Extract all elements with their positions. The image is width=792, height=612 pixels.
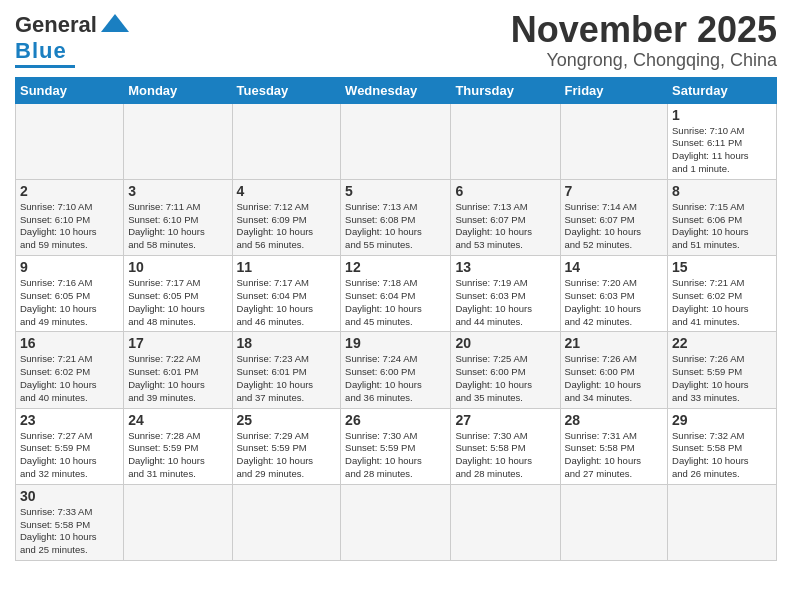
table-cell: [668, 484, 777, 560]
week-row-0: 1Sunrise: 7:10 AM Sunset: 6:11 PM Daylig…: [16, 103, 777, 179]
day-info: Sunrise: 7:15 AM Sunset: 6:06 PM Dayligh…: [672, 201, 772, 252]
table-cell: 4Sunrise: 7:12 AM Sunset: 6:09 PM Daylig…: [232, 179, 341, 255]
day-number: 23: [20, 412, 119, 428]
table-cell: 28Sunrise: 7:31 AM Sunset: 5:58 PM Dayli…: [560, 408, 668, 484]
day-info: Sunrise: 7:30 AM Sunset: 5:58 PM Dayligh…: [455, 430, 555, 481]
table-cell: [124, 484, 232, 560]
day-info: Sunrise: 7:20 AM Sunset: 6:03 PM Dayligh…: [565, 277, 664, 328]
table-cell: [341, 103, 451, 179]
day-info: Sunrise: 7:26 AM Sunset: 5:59 PM Dayligh…: [672, 353, 772, 404]
day-number: 6: [455, 183, 555, 199]
day-info: Sunrise: 7:17 AM Sunset: 6:04 PM Dayligh…: [237, 277, 337, 328]
table-cell: 27Sunrise: 7:30 AM Sunset: 5:58 PM Dayli…: [451, 408, 560, 484]
day-info: Sunrise: 7:16 AM Sunset: 6:05 PM Dayligh…: [20, 277, 119, 328]
day-info: Sunrise: 7:24 AM Sunset: 6:00 PM Dayligh…: [345, 353, 446, 404]
calendar-table: Sunday Monday Tuesday Wednesday Thursday…: [15, 77, 777, 562]
day-number: 22: [672, 335, 772, 351]
day-info: Sunrise: 7:30 AM Sunset: 5:59 PM Dayligh…: [345, 430, 446, 481]
table-cell: 14Sunrise: 7:20 AM Sunset: 6:03 PM Dayli…: [560, 256, 668, 332]
table-cell: 21Sunrise: 7:26 AM Sunset: 6:00 PM Dayli…: [560, 332, 668, 408]
day-info: Sunrise: 7:11 AM Sunset: 6:10 PM Dayligh…: [128, 201, 227, 252]
day-info: Sunrise: 7:33 AM Sunset: 5:58 PM Dayligh…: [20, 506, 119, 557]
table-cell: [341, 484, 451, 560]
table-cell: 20Sunrise: 7:25 AM Sunset: 6:00 PM Dayli…: [451, 332, 560, 408]
day-number: 1: [672, 107, 772, 123]
day-number: 10: [128, 259, 227, 275]
table-cell: 8Sunrise: 7:15 AM Sunset: 6:06 PM Daylig…: [668, 179, 777, 255]
day-info: Sunrise: 7:26 AM Sunset: 6:00 PM Dayligh…: [565, 353, 664, 404]
table-cell: 5Sunrise: 7:13 AM Sunset: 6:08 PM Daylig…: [341, 179, 451, 255]
table-cell: 25Sunrise: 7:29 AM Sunset: 5:59 PM Dayli…: [232, 408, 341, 484]
logo-blue: Blue: [15, 38, 67, 64]
day-number: 9: [20, 259, 119, 275]
day-number: 30: [20, 488, 119, 504]
table-cell: 15Sunrise: 7:21 AM Sunset: 6:02 PM Dayli…: [668, 256, 777, 332]
day-info: Sunrise: 7:14 AM Sunset: 6:07 PM Dayligh…: [565, 201, 664, 252]
table-cell: 16Sunrise: 7:21 AM Sunset: 6:02 PM Dayli…: [16, 332, 124, 408]
day-number: 3: [128, 183, 227, 199]
table-cell: 22Sunrise: 7:26 AM Sunset: 5:59 PM Dayli…: [668, 332, 777, 408]
day-number: 12: [345, 259, 446, 275]
week-row-2: 9Sunrise: 7:16 AM Sunset: 6:05 PM Daylig…: [16, 256, 777, 332]
table-cell: [232, 103, 341, 179]
day-info: Sunrise: 7:19 AM Sunset: 6:03 PM Dayligh…: [455, 277, 555, 328]
table-cell: 29Sunrise: 7:32 AM Sunset: 5:58 PM Dayli…: [668, 408, 777, 484]
table-cell: 2Sunrise: 7:10 AM Sunset: 6:10 PM Daylig…: [16, 179, 124, 255]
header-friday: Friday: [560, 77, 668, 103]
table-cell: 26Sunrise: 7:30 AM Sunset: 5:59 PM Dayli…: [341, 408, 451, 484]
table-cell: [232, 484, 341, 560]
day-number: 13: [455, 259, 555, 275]
day-info: Sunrise: 7:13 AM Sunset: 6:07 PM Dayligh…: [455, 201, 555, 252]
week-row-5: 30Sunrise: 7:33 AM Sunset: 5:58 PM Dayli…: [16, 484, 777, 560]
table-cell: [16, 103, 124, 179]
day-number: 27: [455, 412, 555, 428]
day-info: Sunrise: 7:27 AM Sunset: 5:59 PM Dayligh…: [20, 430, 119, 481]
day-number: 18: [237, 335, 337, 351]
table-cell: [560, 103, 668, 179]
day-info: Sunrise: 7:28 AM Sunset: 5:59 PM Dayligh…: [128, 430, 227, 481]
day-number: 4: [237, 183, 337, 199]
table-cell: 3Sunrise: 7:11 AM Sunset: 6:10 PM Daylig…: [124, 179, 232, 255]
table-cell: 10Sunrise: 7:17 AM Sunset: 6:05 PM Dayli…: [124, 256, 232, 332]
table-cell: [124, 103, 232, 179]
day-number: 26: [345, 412, 446, 428]
table-cell: 13Sunrise: 7:19 AM Sunset: 6:03 PM Dayli…: [451, 256, 560, 332]
table-cell: [451, 103, 560, 179]
day-number: 14: [565, 259, 664, 275]
day-number: 24: [128, 412, 227, 428]
logo-triangle-icon: [101, 14, 129, 32]
logo-general: General: [15, 12, 97, 38]
table-cell: 9Sunrise: 7:16 AM Sunset: 6:05 PM Daylig…: [16, 256, 124, 332]
day-number: 17: [128, 335, 227, 351]
table-cell: 24Sunrise: 7:28 AM Sunset: 5:59 PM Dayli…: [124, 408, 232, 484]
table-cell: 6Sunrise: 7:13 AM Sunset: 6:07 PM Daylig…: [451, 179, 560, 255]
week-row-3: 16Sunrise: 7:21 AM Sunset: 6:02 PM Dayli…: [16, 332, 777, 408]
day-number: 25: [237, 412, 337, 428]
table-cell: 18Sunrise: 7:23 AM Sunset: 6:01 PM Dayli…: [232, 332, 341, 408]
day-number: 29: [672, 412, 772, 428]
day-number: 19: [345, 335, 446, 351]
day-info: Sunrise: 7:10 AM Sunset: 6:10 PM Dayligh…: [20, 201, 119, 252]
day-number: 7: [565, 183, 664, 199]
header-thursday: Thursday: [451, 77, 560, 103]
day-info: Sunrise: 7:21 AM Sunset: 6:02 PM Dayligh…: [672, 277, 772, 328]
day-number: 21: [565, 335, 664, 351]
week-row-4: 23Sunrise: 7:27 AM Sunset: 5:59 PM Dayli…: [16, 408, 777, 484]
table-cell: 30Sunrise: 7:33 AM Sunset: 5:58 PM Dayli…: [16, 484, 124, 560]
header-wednesday: Wednesday: [341, 77, 451, 103]
day-info: Sunrise: 7:21 AM Sunset: 6:02 PM Dayligh…: [20, 353, 119, 404]
table-cell: 19Sunrise: 7:24 AM Sunset: 6:00 PM Dayli…: [341, 332, 451, 408]
day-info: Sunrise: 7:25 AM Sunset: 6:00 PM Dayligh…: [455, 353, 555, 404]
table-cell: 23Sunrise: 7:27 AM Sunset: 5:59 PM Dayli…: [16, 408, 124, 484]
day-number: 20: [455, 335, 555, 351]
day-number: 2: [20, 183, 119, 199]
day-number: 5: [345, 183, 446, 199]
week-row-1: 2Sunrise: 7:10 AM Sunset: 6:10 PM Daylig…: [16, 179, 777, 255]
weekday-header-row: Sunday Monday Tuesday Wednesday Thursday…: [16, 77, 777, 103]
calendar-subtitle: Yongrong, Chongqing, China: [511, 50, 777, 71]
calendar-title: November 2025: [511, 10, 777, 50]
table-cell: 12Sunrise: 7:18 AM Sunset: 6:04 PM Dayli…: [341, 256, 451, 332]
header-sunday: Sunday: [16, 77, 124, 103]
day-info: Sunrise: 7:17 AM Sunset: 6:05 PM Dayligh…: [128, 277, 227, 328]
day-number: 15: [672, 259, 772, 275]
